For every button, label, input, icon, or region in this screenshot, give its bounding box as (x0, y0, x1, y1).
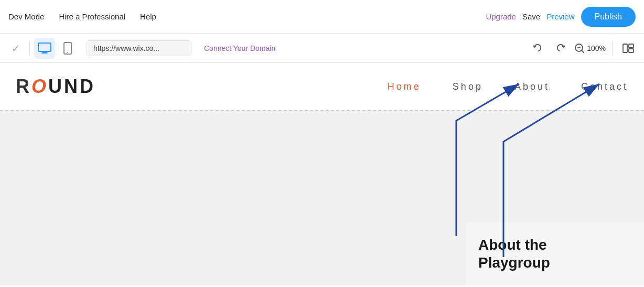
logo-letter-o: O (31, 76, 48, 97)
mobile-icon (63, 42, 72, 55)
site-logo: ROUND (16, 76, 95, 98)
layout-icon (622, 44, 634, 53)
content-area: About the Playgroup (0, 111, 644, 285)
url-bar[interactable]: https://www.wix.co... (87, 40, 191, 56)
divider (29, 41, 30, 56)
about-title-line1: About the (478, 236, 631, 254)
editor-toolbar: ✓ https://www.wix.co... Connect Your Dom… (0, 34, 644, 63)
preview-button[interactable]: Preview (546, 12, 574, 21)
svg-rect-0 (38, 43, 51, 51)
about-section: About the Playgroup (466, 222, 644, 285)
nav-shop[interactable]: Shop (453, 81, 483, 92)
site-preview: ROUND Home Shop About Contact About the … (0, 63, 644, 287)
publish-button[interactable]: Publish (581, 7, 636, 27)
divider-right (612, 41, 613, 56)
svg-rect-9 (629, 44, 634, 48)
nav-home[interactable]: Home (388, 81, 421, 92)
nav-contact[interactable]: Contact (581, 81, 628, 92)
connect-domain-link[interactable]: Connect Your Domain (204, 44, 275, 52)
zoom-out-icon[interactable] (574, 43, 585, 54)
desktop-view-button[interactable] (34, 38, 55, 59)
redo-icon (555, 43, 566, 54)
site-header: ROUND Home Shop About Contact (0, 63, 644, 110)
logo-rest: UND (48, 76, 95, 97)
zoom-control[interactable]: 100% (574, 43, 606, 54)
site-nav: Home Shop About Contact (388, 81, 628, 92)
upgrade-button[interactable]: Upgrade (486, 12, 516, 21)
desktop-icon (38, 42, 51, 54)
logo-letter-r: R (16, 76, 31, 97)
about-title-line2: Playgroup (478, 254, 631, 272)
help-link[interactable]: Help (140, 12, 156, 21)
toolbar-left: ✓ (6, 38, 78, 59)
url-text: https://www.wix.co... (93, 44, 159, 52)
layout-toggle-button[interactable] (619, 39, 638, 58)
back-icon[interactable]: ✓ (6, 39, 25, 58)
toolbar-right: 100% (528, 39, 638, 58)
hire-professional-link[interactable]: Hire a Professional (59, 12, 125, 21)
undo-icon (532, 43, 543, 54)
svg-rect-2 (41, 52, 48, 54)
svg-line-7 (582, 50, 584, 52)
nav-about[interactable]: About (514, 81, 550, 92)
dev-mode-link[interactable]: Dev Mode (8, 12, 44, 21)
undo-button[interactable] (528, 39, 547, 58)
mobile-view-button[interactable] (57, 38, 78, 59)
svg-rect-10 (629, 49, 634, 52)
zoom-value: 100% (587, 44, 606, 52)
save-button[interactable]: Save (522, 12, 540, 21)
svg-rect-8 (623, 44, 627, 52)
svg-point-4 (67, 52, 68, 53)
canvas-area: ROUND Home Shop About Contact About the … (0, 63, 644, 287)
top-bar: Dev Mode Hire a Professional Help Upgrad… (0, 0, 644, 34)
top-bar-left: Dev Mode Hire a Professional Help (8, 12, 486, 21)
redo-button[interactable] (551, 39, 570, 58)
top-bar-right: Upgrade Save Preview Publish (486, 7, 636, 27)
svg-rect-1 (42, 51, 47, 52)
